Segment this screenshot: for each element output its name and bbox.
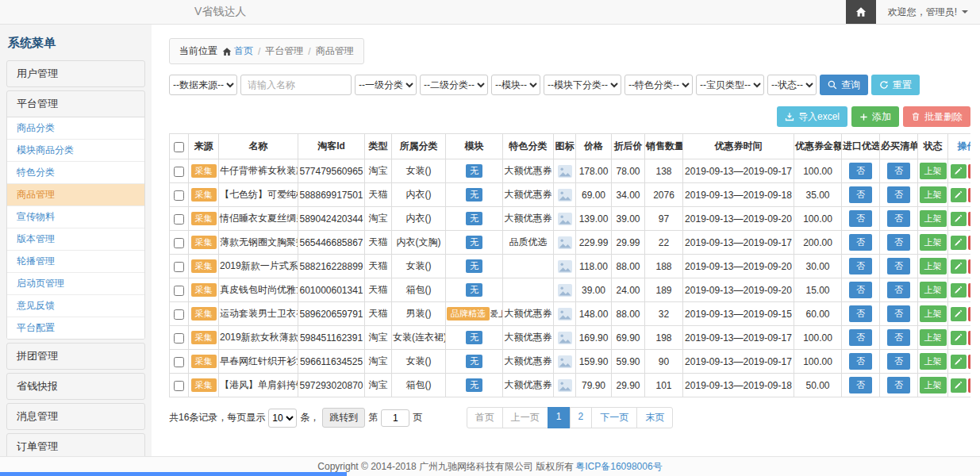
edit-button[interactable] <box>951 164 967 178</box>
sidebar-subitem[interactable]: 平台配置 <box>7 317 144 339</box>
status-button[interactable]: 上架 <box>920 282 947 298</box>
row-checkbox[interactable] <box>174 214 184 225</box>
must-buy-toggle-button[interactable]: 否 <box>887 163 910 179</box>
status-select[interactable]: --状态-- <box>767 75 817 95</box>
delete-button[interactable] <box>968 164 971 178</box>
status-button[interactable]: 上架 <box>920 258 947 274</box>
status-button[interactable]: 上架 <box>920 234 947 251</box>
imported-toggle-button[interactable]: 否 <box>849 163 872 179</box>
edit-button[interactable] <box>951 355 967 369</box>
search-button[interactable]: 查询 <box>820 75 868 95</box>
sidebar-subitem[interactable]: 版本管理 <box>7 228 144 251</box>
imported-toggle-button[interactable]: 否 <box>849 258 872 274</box>
row-checkbox[interactable] <box>174 238 184 248</box>
sidebar-section[interactable]: 订单管理 <box>7 434 144 456</box>
sidebar-subitem[interactable]: 宣传物料 <box>7 206 144 228</box>
edit-button[interactable] <box>951 236 967 250</box>
home-button[interactable] <box>846 0 876 24</box>
must-buy-toggle-button[interactable]: 否 <box>887 353 910 370</box>
delete-button[interactable] <box>968 259 971 274</box>
row-checkbox[interactable] <box>174 381 184 391</box>
imported-toggle-button[interactable]: 否 <box>849 305 872 322</box>
edit-button[interactable] <box>951 307 967 321</box>
must-buy-toggle-button[interactable]: 否 <box>887 186 910 203</box>
edit-button[interactable] <box>951 212 967 226</box>
name-search-input[interactable] <box>240 75 352 95</box>
add-button[interactable]: 添加 <box>851 106 899 127</box>
delete-button[interactable] <box>968 236 971 250</box>
select-all-checkbox[interactable] <box>174 142 184 152</box>
horizontal-scrollbar-thumb[interactable] <box>0 472 347 476</box>
pager-button[interactable]: 首页 <box>467 407 503 428</box>
row-checkbox[interactable] <box>174 309 184 320</box>
delete-button[interactable] <box>968 331 971 345</box>
data-source-select[interactable]: --数据来源-- <box>169 75 237 95</box>
level1-category-select[interactable]: --一级分类 <box>355 75 417 95</box>
edit-button[interactable] <box>951 259 967 274</box>
breadcrumb-home-link[interactable]: 首页 <box>222 44 253 58</box>
sidebar-subitem[interactable]: 启动页管理 <box>7 273 144 295</box>
sidebar-section[interactable]: 用户管理 <box>7 61 144 86</box>
status-button[interactable]: 上架 <box>920 305 947 322</box>
status-button[interactable]: 上架 <box>920 329 947 346</box>
level2-category-select[interactable]: --二级分类-- <box>420 75 488 95</box>
module-select[interactable]: --模块-- <box>491 75 540 95</box>
row-checkbox[interactable] <box>174 286 184 296</box>
row-checkbox[interactable] <box>174 167 184 177</box>
icp-link[interactable]: 粤ICP备16098006号 <box>575 460 662 474</box>
module-subcategory-select[interactable]: --模块下分类-- <box>544 75 621 95</box>
jump-page-input[interactable] <box>381 409 409 427</box>
item-type-select[interactable]: --宝贝类型-- <box>696 75 764 95</box>
sidebar-subitem[interactable]: 模块商品分类 <box>7 140 144 162</box>
breadcrumb-parent[interactable]: 平台管理 <box>265 44 303 58</box>
pager-button[interactable]: 末页 <box>636 407 673 428</box>
imported-toggle-button[interactable]: 否 <box>849 186 872 203</box>
pager-button[interactable]: 上一页 <box>502 407 548 428</box>
must-buy-toggle-button[interactable]: 否 <box>887 210 910 227</box>
page-size-select[interactable]: 10 <box>268 409 297 428</box>
status-button[interactable]: 上架 <box>920 186 947 203</box>
row-checkbox[interactable] <box>174 357 184 367</box>
status-button[interactable]: 上架 <box>920 163 947 179</box>
sidebar-subitem[interactable]: 特色分类 <box>7 162 144 184</box>
sidebar-section[interactable]: 拼团管理 <box>7 344 144 369</box>
status-button[interactable]: 上架 <box>920 210 947 227</box>
pager-button[interactable]: 1 <box>548 407 571 428</box>
imported-toggle-button[interactable]: 否 <box>849 329 872 346</box>
must-buy-toggle-button[interactable]: 否 <box>887 282 910 298</box>
imported-toggle-button[interactable]: 否 <box>849 234 872 251</box>
pager-button[interactable]: 下一页 <box>591 407 637 428</box>
status-button[interactable]: 上架 <box>920 353 947 370</box>
imported-toggle-button[interactable]: 否 <box>849 210 872 227</box>
delete-button[interactable] <box>968 378 971 393</box>
imported-toggle-button[interactable]: 否 <box>849 377 872 393</box>
must-buy-toggle-button[interactable]: 否 <box>887 234 910 251</box>
sidebar-subitem[interactable]: 商品分类 <box>7 117 144 140</box>
sidebar-subitem[interactable]: 商品管理 <box>7 184 144 206</box>
must-buy-toggle-button[interactable]: 否 <box>887 258 910 274</box>
sidebar-subitem[interactable]: 轮播管理 <box>7 251 144 273</box>
edit-button[interactable] <box>951 378 967 393</box>
sidebar-section[interactable]: 消息管理 <box>7 404 144 429</box>
imported-toggle-button[interactable]: 否 <box>849 282 872 298</box>
pager-button[interactable]: 2 <box>570 407 593 428</box>
row-checkbox[interactable] <box>174 262 184 272</box>
reset-button[interactable]: 重置 <box>871 75 920 95</box>
jump-button[interactable]: 跳转到 <box>322 408 365 428</box>
delete-button[interactable] <box>968 355 971 369</box>
status-button[interactable]: 上架 <box>920 377 947 393</box>
batch-delete-button[interactable]: 批量删除 <box>903 106 970 127</box>
row-checkbox[interactable] <box>174 333 184 344</box>
delete-button[interactable] <box>968 188 971 202</box>
must-buy-toggle-button[interactable]: 否 <box>887 377 910 393</box>
user-menu[interactable]: 欢迎您，管理员! <box>876 0 980 24</box>
delete-button[interactable] <box>968 283 971 298</box>
sidebar-subitem[interactable]: 意见反馈 <box>7 295 144 317</box>
sidebar-section[interactable]: 省钱快报 <box>7 374 144 399</box>
row-checkbox[interactable] <box>174 190 184 201</box>
edit-button[interactable] <box>951 188 967 202</box>
feature-category-select[interactable]: --特色分类-- <box>625 75 693 95</box>
edit-button[interactable] <box>951 283 967 298</box>
edit-button[interactable] <box>951 331 967 345</box>
imported-toggle-button[interactable]: 否 <box>849 353 872 370</box>
